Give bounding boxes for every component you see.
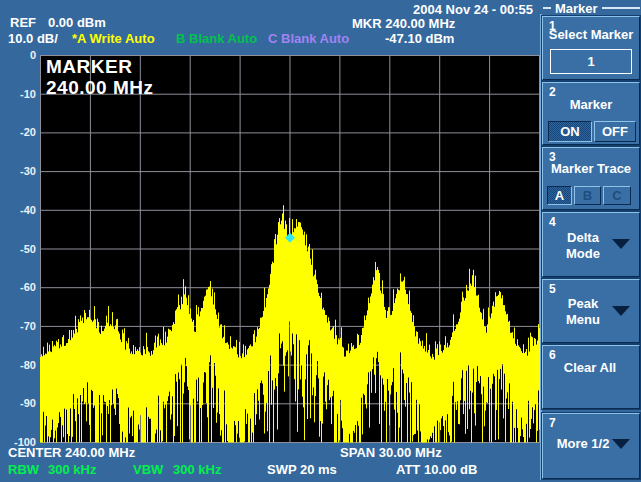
trace-c-label: C bbox=[612, 188, 621, 203]
y-axis-label: -10 bbox=[2, 88, 36, 100]
marker-off-label: OFF bbox=[602, 124, 628, 139]
spectrum-display: MARKER 240.00 MHz bbox=[40, 55, 540, 443]
trace-b-status: B Blank Auto bbox=[176, 32, 257, 46]
y-axis-label: -70 bbox=[2, 320, 36, 332]
y-axis-label: -90 bbox=[2, 397, 36, 409]
scale-value: 10.0 dB/ bbox=[8, 32, 58, 46]
menu-title-line-left bbox=[543, 7, 551, 9]
trace-a-label: A bbox=[555, 188, 564, 203]
softkey-delta-mode[interactable]: 4 Delta Mode bbox=[542, 212, 640, 277]
datetime: 2004 Nov 24 - 00:55 bbox=[355, 3, 533, 17]
softkey-clear-all[interactable]: 6 Clear All bbox=[542, 345, 640, 409]
ref-value: 0.00 dBm bbox=[48, 16, 106, 30]
y-axis-label: -50 bbox=[2, 243, 36, 255]
softkey-label: Marker Trace bbox=[543, 161, 639, 177]
submenu-arrow-icon bbox=[612, 439, 630, 449]
marker-annotation-freq: 240.00 MHz bbox=[46, 77, 153, 98]
softkey-number: 6 bbox=[549, 348, 556, 362]
submenu-arrow-icon bbox=[612, 306, 630, 316]
softkey-number: 7 bbox=[549, 416, 556, 430]
span: SPAN 30.00 MHz bbox=[340, 446, 442, 460]
softkey-marker-onoff[interactable]: 2 Marker ON OFF bbox=[542, 82, 640, 145]
selected-marker-number: 1 bbox=[587, 54, 594, 69]
sweep-time: SWP 20 ms bbox=[267, 463, 337, 477]
marker-on-button[interactable]: ON bbox=[548, 121, 592, 142]
trace-c-status: C Blank Auto bbox=[268, 32, 349, 46]
softkey-label: Select Marker bbox=[543, 27, 639, 43]
menu-title: Marker bbox=[551, 1, 602, 16]
y-axis-label: -80 bbox=[2, 359, 36, 371]
y-axis-label: -40 bbox=[2, 204, 36, 216]
softkey-select-marker[interactable]: 1 Select Marker 1 bbox=[542, 16, 640, 80]
trace-b-label: B bbox=[583, 188, 592, 203]
trace-a-button[interactable]: A bbox=[547, 186, 572, 205]
marker-readout-level: -47.10 dBm bbox=[385, 32, 454, 46]
marker-annotation-title: MARKER bbox=[46, 56, 153, 77]
vbw-value: 300 kHz bbox=[173, 463, 221, 477]
softkey-number: 5 bbox=[549, 282, 556, 296]
softkey-more[interactable]: 7 More 1/2 bbox=[542, 413, 640, 479]
softkey-label: Marker bbox=[543, 97, 639, 113]
spectrum-analyzer-screen: REF 0.00 dBm 10.0 dB/ *A Write Auto B Bl… bbox=[0, 0, 641, 482]
softkey-label: Delta Mode bbox=[553, 230, 613, 262]
marker-annotation: MARKER 240.00 MHz bbox=[46, 56, 153, 98]
marker-readout-freq: MKR 240.00 MHz bbox=[352, 17, 455, 31]
vbw-label: VBW bbox=[133, 463, 163, 477]
y-axis-label: -60 bbox=[2, 281, 36, 293]
select-marker-value-button[interactable]: 1 bbox=[550, 49, 632, 74]
ref-label: REF bbox=[10, 16, 36, 30]
marker-off-button[interactable]: OFF bbox=[594, 121, 636, 142]
y-axis-label: 0 bbox=[2, 49, 36, 61]
center-freq: CENTER 240.00 MHz bbox=[8, 446, 135, 460]
trace-a-status: *A Write Auto bbox=[72, 32, 155, 46]
rbw-label: RBW bbox=[8, 463, 39, 477]
softkey-peak-menu[interactable]: 5 Peak Menu bbox=[542, 279, 640, 343]
menu-title-bar: Marker bbox=[543, 1, 640, 15]
softkey-label: Peak Menu bbox=[553, 296, 613, 328]
attenuation: ATT 10.00 dB bbox=[396, 463, 477, 477]
y-axis-label: -20 bbox=[2, 126, 36, 138]
submenu-arrow-icon bbox=[612, 239, 630, 249]
marker-on-label: ON bbox=[560, 124, 580, 139]
trace-c-button[interactable]: C bbox=[603, 186, 631, 205]
softkey-label: Clear All bbox=[560, 360, 620, 376]
menu-title-line-right bbox=[602, 7, 640, 9]
rbw-value: 300 kHz bbox=[48, 463, 96, 477]
trace-b-button[interactable]: B bbox=[574, 186, 601, 205]
softkey-number: 4 bbox=[549, 215, 556, 229]
spectrum-plot bbox=[40, 55, 540, 443]
y-axis-label: -30 bbox=[2, 165, 36, 177]
softkey-marker-trace[interactable]: 3 Marker Trace A B C bbox=[542, 147, 640, 210]
